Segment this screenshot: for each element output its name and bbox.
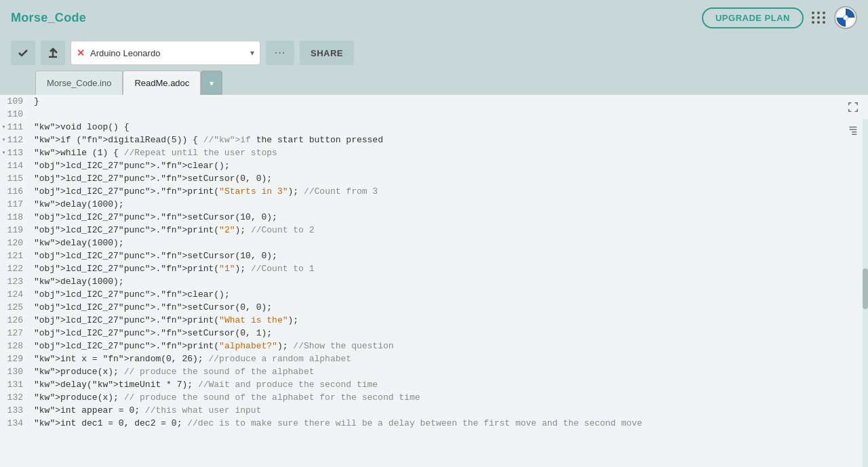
code-line: "obj">lcd_I2C_27"punc">."fn">print("What…	[34, 314, 868, 327]
code-line: "obj">lcd_I2C_27"punc">."fn">print("1");…	[34, 262, 868, 275]
line-numbers: 109110▾111▾112▾1131141151161171181191201…	[0, 95, 28, 467]
app-title: Morse_Code	[11, 11, 86, 25]
line-number: 127	[0, 327, 23, 340]
line-number: 125	[0, 301, 23, 314]
code-line: "obj">lcd_I2C_27"punc">."fn">setCursor(0…	[34, 327, 868, 340]
toolbar: ✕ Arduino Leonardo ▾ ··· SHARE	[0, 35, 868, 70]
code-line: "obj">lcd_I2C_27"punc">."fn">setCursor(0…	[34, 172, 868, 185]
line-number: 124	[0, 288, 23, 301]
line-number: 114	[0, 159, 23, 172]
code-line: }	[34, 95, 868, 108]
code-line: "kw">int dec1 = 0, dec2 = 0; //dec is to…	[34, 417, 868, 430]
editor-right-tools	[844, 98, 863, 140]
dot	[823, 12, 825, 14]
code-line: "kw">produce(x); // produce the sound of…	[34, 365, 868, 378]
code-line	[34, 108, 868, 121]
scrollbar-track[interactable]	[863, 119, 868, 467]
line-number: 126	[0, 314, 23, 327]
code-line: "obj">lcd_I2C_27"punc">."fn">setCursor(1…	[34, 249, 868, 262]
code-line: "kw">delay(1000);	[34, 275, 868, 288]
code-line: "kw">produce(x); // produce the sound of…	[34, 391, 868, 404]
device-name: Arduino Leonardo	[90, 48, 250, 58]
line-number: 118	[0, 211, 23, 224]
device-error-icon: ✕	[77, 47, 85, 58]
dot	[817, 21, 820, 24]
line-number: 110	[0, 108, 23, 121]
line-number: 121	[0, 249, 23, 262]
line-number: 109	[0, 95, 23, 108]
tab-morse-code-ino[interactable]: Morse_Code.ino	[35, 70, 123, 95]
code-content[interactable]: } "kw">void loop() { "kw">if ("fn">digit…	[28, 95, 868, 467]
code-line: "obj">lcd_I2C_27"punc">."fn">setCursor(0…	[34, 301, 868, 314]
code-line: "obj">lcd_I2C_27"punc">."fn">setCursor(1…	[34, 211, 868, 224]
top-bar: Morse_Code UPGRADE PLAN	[0, 0, 868, 35]
tab-readme-adoc[interactable]: ReadMe.adoc	[123, 70, 201, 95]
code-line: "kw">delay("kw">timeUnit * 7); //Wait an…	[34, 378, 868, 391]
line-number: ▾112	[0, 134, 23, 146]
code-line: "kw">delay(1000);	[34, 198, 868, 211]
line-number: 134	[0, 417, 23, 430]
line-number: 133	[0, 404, 23, 417]
line-number: 119	[0, 224, 23, 237]
apps-grid-icon[interactable]	[812, 12, 826, 24]
line-number: 129	[0, 352, 23, 365]
line-number: 120	[0, 237, 23, 249]
dot	[812, 16, 814, 19]
dot	[812, 21, 814, 24]
code-line: "obj">lcd_I2C_27"punc">."fn">print("Star…	[34, 185, 868, 198]
dot	[817, 16, 820, 19]
code-line: "kw">int appear = 0; //this what user in…	[34, 404, 868, 417]
line-number: ▾111	[0, 121, 23, 134]
code-line: "obj">lcd_I2C_27"punc">."fn">print("alph…	[34, 340, 868, 352]
code-line: "kw">delay(1000);	[34, 237, 868, 249]
line-number: 117	[0, 198, 23, 211]
line-number: 115	[0, 172, 23, 185]
code-line: "kw">while (1) { //Repeat until the user…	[34, 146, 868, 159]
top-bar-left: Morse_Code	[11, 11, 86, 25]
svg-point-1	[843, 15, 848, 20]
tab-dropdown-button[interactable]: ▾	[201, 70, 222, 95]
dot	[823, 16, 825, 19]
dot	[823, 21, 825, 24]
code-line: "obj">lcd_I2C_27"punc">."fn">clear();	[34, 288, 868, 301]
upload-button[interactable]	[41, 41, 65, 65]
dot	[812, 12, 814, 14]
share-button[interactable]: SHARE	[300, 41, 354, 65]
device-selector[interactable]: ✕ Arduino Leonardo ▾	[71, 41, 260, 65]
dot	[817, 12, 820, 14]
line-number: 122	[0, 262, 23, 275]
verify-button[interactable]	[11, 41, 35, 65]
chevron-down-icon: ▾	[250, 48, 254, 58]
line-number: 132	[0, 391, 23, 404]
code-line: "obj">lcd_I2C_27"punc">."fn">print("2");…	[34, 224, 868, 237]
code-line: "obj">lcd_I2C_27"punc">."fn">clear();	[34, 159, 868, 172]
more-options-button[interactable]: ···	[266, 41, 294, 65]
editor-container: 109110▾111▾112▾1131141151161171181191201…	[0, 95, 868, 467]
line-number: 128	[0, 340, 23, 352]
list-view-button[interactable]	[844, 121, 863, 140]
line-number: 116	[0, 185, 23, 198]
upgrade-button[interactable]: UPGRADE PLAN	[702, 7, 804, 28]
tabs-bar: Morse_Code.ino ReadMe.adoc ▾	[0, 70, 868, 95]
line-number: ▾113	[0, 146, 23, 159]
user-avatar[interactable]	[834, 6, 857, 29]
code-line: "kw">if ("fn">digitalRead(5)) { //"kw">i…	[34, 134, 868, 146]
scrollbar-thumb[interactable]	[863, 268, 868, 309]
top-bar-right: UPGRADE PLAN	[702, 6, 857, 29]
code-line: "kw">void loop() {	[34, 121, 868, 134]
line-number: 131	[0, 378, 23, 391]
fullscreen-button[interactable]	[844, 98, 863, 117]
line-number: 130	[0, 365, 23, 378]
code-line: "kw">int x = "fn">random(0, 26); //produ…	[34, 352, 868, 365]
line-number: 123	[0, 275, 23, 288]
